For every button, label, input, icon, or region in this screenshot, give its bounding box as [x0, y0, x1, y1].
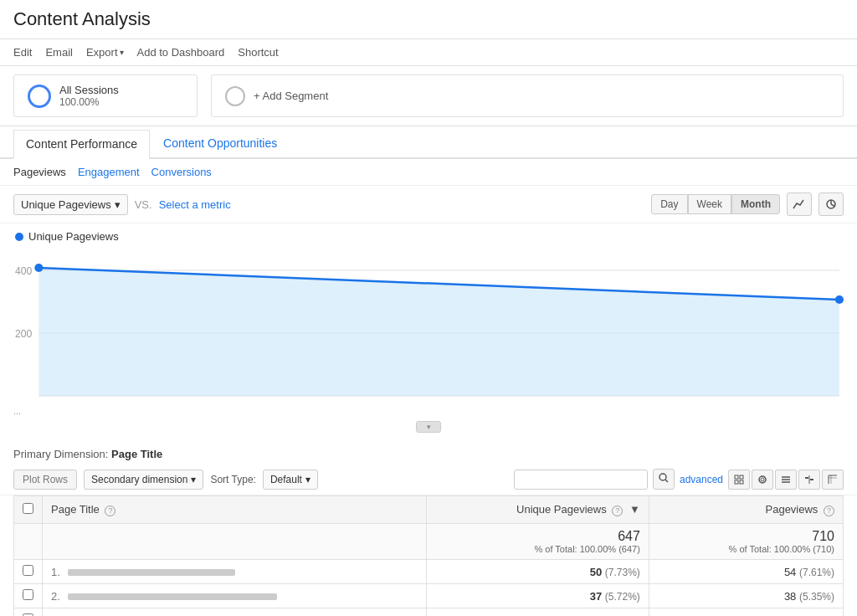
svg-rect-13 — [735, 475, 738, 479]
edit-button[interactable]: Edit — [13, 46, 32, 59]
svg-rect-23 — [805, 477, 808, 479]
table-wrapper: Page Title ? Unique Pageviews ? ▼ Pagevi… — [0, 495, 857, 616]
total-unique-pageviews: 647 — [435, 529, 640, 544]
subtab-engagement[interactable]: Engagement — [78, 166, 140, 178]
sort-dropdown[interactable]: Default ▾ — [263, 470, 318, 490]
row-1-unique-pct: (7.73%) — [605, 567, 640, 578]
row-1-unique-pageviews: 50 — [590, 566, 602, 578]
export-caret-icon: ▾ — [120, 48, 124, 57]
checkbox-header[interactable] — [14, 496, 43, 524]
sort-type-label: Sort Type: — [210, 474, 255, 485]
metric-dropdown[interactable]: Unique Pageviews ▾ — [13, 194, 128, 215]
sort-caret-icon: ▾ — [305, 474, 310, 485]
row-2-checkbox[interactable] — [23, 589, 33, 600]
add-dashboard-button[interactable]: Add to Dashboard — [137, 46, 225, 59]
row-2-num: 2. — [51, 590, 60, 603]
svg-rect-14 — [740, 475, 743, 479]
total-pageviews-pct: % of Total: 100.00% (710) — [658, 544, 834, 554]
svg-point-17 — [759, 476, 766, 483]
table-row: 2. 37 (5.72%) 38 (5.35%) — [14, 584, 844, 608]
totals-row: 647 % of Total: 100.00% (647) 710 % of T… — [14, 524, 844, 560]
table-controls: Plot Rows Secondary dimension ▾ Sort Typ… — [0, 464, 857, 495]
subtab-pageviews[interactable]: Pageviews — [13, 166, 66, 178]
search-input[interactable] — [514, 470, 648, 490]
pageviews-help-icon[interactable]: ? — [824, 506, 834, 516]
shortcut-button[interactable]: Shortcut — [238, 46, 278, 59]
list-icon — [781, 475, 791, 485]
toolbar: Edit Email Export ▾ Add to Dashboard Sho… — [0, 39, 857, 66]
metric-caret-icon: ▾ — [115, 198, 121, 211]
secondary-dimension-dropdown[interactable]: Secondary dimension ▾ — [84, 470, 203, 490]
subtab-conversions[interactable]: Conversions — [151, 166, 212, 178]
unique-pageviews-header: Unique Pageviews ? ▼ — [427, 496, 649, 524]
line-chart-svg: 400 200 — [13, 249, 844, 400]
data-table: Page Title ? Unique Pageviews ? ▼ Pagevi… — [13, 495, 844, 616]
period-day-button[interactable]: Day — [651, 194, 687, 214]
svg-point-10 — [835, 295, 844, 304]
pie-view-button[interactable] — [752, 470, 773, 490]
svg-point-9 — [34, 264, 43, 272]
search-button[interactable] — [653, 469, 675, 490]
pageviews-header: Pageviews ? — [649, 496, 843, 524]
pie-chart-view-button[interactable] — [819, 192, 844, 216]
period-week-button[interactable]: Week — [688, 194, 731, 214]
advanced-link[interactable]: advanced — [680, 474, 723, 485]
add-segment-button[interactable]: + Add Segment — [211, 74, 844, 117]
chart-scroll-handle[interactable]: ▾ — [416, 421, 441, 433]
primary-dimension: Primary Dimension: Page Title — [0, 439, 857, 464]
plot-rows-button[interactable]: Plot Rows — [13, 470, 77, 490]
legend-dot-icon — [15, 233, 23, 241]
row-2-unique-pct: (5.72%) — [605, 591, 640, 603]
table-row: 3. 32 (4.95%) 34 (4.79%) — [14, 608, 844, 617]
table-row: 1. 50 (7.73%) 54 (7.61%) — [14, 560, 844, 584]
unique-pageviews-help-icon[interactable]: ? — [612, 506, 623, 516]
main-tabs: Content Performance Content Opportunitie… — [0, 130, 857, 159]
tab-content-performance[interactable]: Content Performance — [13, 130, 150, 159]
list-view-button[interactable] — [775, 470, 797, 490]
add-segment-circle-icon — [225, 86, 245, 106]
select-metric-link[interactable]: Select a metric — [159, 198, 231, 211]
add-segment-label: + Add Segment — [254, 90, 328, 102]
total-unique-pct: % of Total: 100.00% (647) — [435, 544, 640, 554]
svg-text:400: 400 — [15, 265, 33, 277]
header: Content Analysis — [0, 0, 857, 39]
search-icon — [659, 473, 669, 483]
row-2-pageviews-pct: (5.35%) — [799, 591, 834, 603]
subtabs-row: Pageviews Engagement Conversions — [0, 159, 857, 186]
svg-line-12 — [665, 480, 668, 482]
period-month-button[interactable]: Month — [731, 194, 780, 214]
page-title-header: Page Title ? — [43, 496, 427, 524]
tab-content-opportunities[interactable]: Content Opportunities — [151, 130, 289, 159]
line-chart-view-button[interactable] — [787, 192, 812, 216]
period-buttons: Day Week Month — [651, 194, 780, 214]
row-1-pageviews: 54 — [784, 566, 796, 578]
svg-point-18 — [761, 478, 764, 481]
line-chart-icon — [793, 198, 806, 210]
segment-name: All Sessions — [59, 84, 119, 96]
compare-icon — [804, 475, 814, 485]
chart-area: Unique Pageviews 400 200 ... ▾ — [0, 230, 857, 433]
active-segment[interactable]: All Sessions 100.00% — [13, 74, 198, 117]
row-1-num: 1. — [51, 566, 60, 578]
sort-arrow-icon: ▼ — [629, 503, 640, 516]
segment-circle-icon — [28, 85, 51, 108]
total-pageviews: 710 — [658, 529, 834, 544]
compare-view-button[interactable] — [798, 470, 820, 490]
secondary-dimension-caret-icon: ▾ — [191, 474, 196, 485]
page-title: Content Analysis — [13, 8, 844, 30]
page-title-help-icon[interactable]: ? — [105, 506, 115, 516]
grid-icon — [734, 475, 744, 485]
svg-rect-24 — [810, 479, 813, 480]
select-all-checkbox[interactable] — [23, 503, 33, 514]
chart-dots: ... — [13, 403, 844, 418]
svg-rect-15 — [735, 480, 738, 484]
grid-view-button[interactable] — [728, 470, 750, 490]
email-button[interactable]: Email — [45, 46, 73, 59]
pivot-view-button[interactable] — [822, 470, 844, 490]
segment-pct: 100.00% — [59, 96, 119, 108]
chart-legend: Unique Pageviews — [13, 230, 844, 243]
row-2-unique-pageviews: 37 — [590, 590, 602, 603]
row-1-checkbox[interactable] — [23, 565, 33, 576]
vs-label: VS. — [135, 198, 152, 211]
export-button[interactable]: Export ▾ — [86, 46, 124, 59]
